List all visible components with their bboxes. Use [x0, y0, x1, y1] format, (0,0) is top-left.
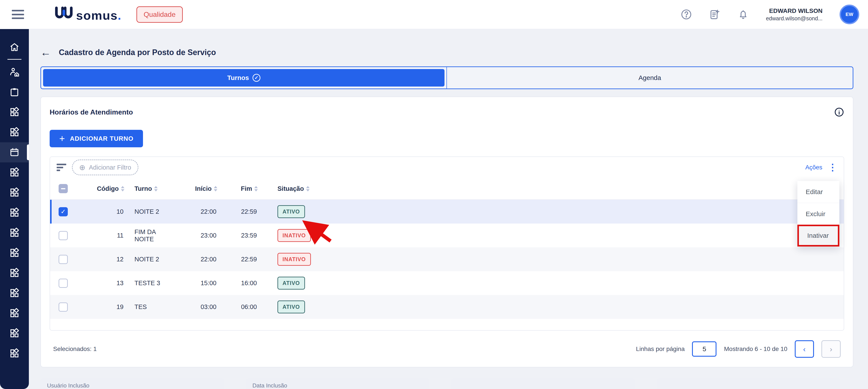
adicionar-filtro-chip[interactable]: ⊕ Adicionar Filtro	[72, 160, 138, 175]
cell-codigo: 19	[76, 303, 124, 311]
cell-codigo: 11	[76, 232, 124, 239]
cell-turno: NOITE 2	[124, 256, 176, 263]
cell-fim: 16:00	[217, 280, 258, 287]
widgets-icon	[9, 288, 20, 298]
kebab-menu-icon[interactable]: ⋮	[828, 165, 837, 170]
table-row[interactable]: 13 TESTE 3 15:00 16:00 ATIVO	[50, 271, 844, 295]
cell-codigo: 12	[76, 256, 124, 263]
app-logo: somus .	[55, 6, 121, 23]
clipboard-icon	[9, 87, 20, 97]
adicionar-turno-label: ADICIONAR TURNO	[70, 135, 133, 142]
logo-text: somus	[76, 8, 118, 23]
tab-turnos-label: Turnos	[227, 74, 249, 82]
sidebar-item-modulo-8[interactable]	[0, 263, 29, 283]
cell-turno: FIM DA NOITE	[124, 228, 176, 243]
sidebar-item-modulo-10[interactable]	[0, 303, 29, 323]
new-note-icon[interactable]	[709, 9, 720, 20]
table-row[interactable]: ✓ 10 NOITE 2 22:00 22:59 ATIVO	[50, 200, 844, 224]
rows-per-page-label: Linhas por página	[636, 346, 685, 353]
status-badge: INATIVO	[277, 229, 311, 242]
row-checkbox[interactable]	[59, 279, 68, 288]
calendar-icon	[9, 147, 20, 157]
cell-inicio: 22:00	[176, 256, 217, 263]
info-icon[interactable]	[834, 107, 844, 117]
sort-icon[interactable]	[214, 186, 217, 191]
filter-icon[interactable]	[57, 164, 66, 171]
sidebar-item-modulo-5[interactable]	[0, 203, 29, 223]
plus-circle-icon: ⊕	[79, 164, 86, 171]
status-badge: INATIVO	[277, 253, 311, 266]
logo-dot: .	[118, 8, 121, 23]
sort-icon[interactable]	[121, 186, 124, 191]
back-arrow-icon[interactable]: ←	[40, 47, 51, 58]
rows-per-page-input[interactable]	[692, 342, 716, 357]
cell-fim: 22:59	[217, 256, 258, 263]
horarios-card: Horários de Atendimento + ADICIONAR TURN…	[40, 97, 854, 367]
status-badge: ATIVO	[277, 277, 305, 290]
cell-fim: 06:00	[217, 303, 258, 311]
sidebar-item-modulo-1[interactable]	[0, 102, 29, 122]
sidebar-item-agenda-active[interactable]	[0, 142, 29, 162]
cell-turno: TESTE 3	[124, 280, 176, 287]
showing-range-label: Mostrando 6 - 10 de 10	[724, 346, 787, 353]
user-name: EDWARD WILSON	[766, 7, 823, 15]
row-checkbox[interactable]	[59, 231, 68, 240]
sort-icon[interactable]	[306, 186, 310, 191]
home-icon	[9, 42, 20, 52]
sidebar-item-home[interactable]	[0, 37, 29, 57]
widgets-icon	[9, 207, 20, 218]
sidebar-item-modulo-9[interactable]	[0, 283, 29, 303]
adicionar-turno-button[interactable]: + ADICIONAR TURNO	[50, 130, 143, 147]
tab-turnos[interactable]: Turnos ✓	[43, 69, 444, 87]
select-all-checkbox[interactable]	[59, 184, 68, 193]
data-alteracao-field: Data Alteração	[657, 378, 840, 389]
cell-inicio: 03:00	[176, 303, 217, 311]
notifications-bell-icon[interactable]	[738, 9, 749, 20]
sidebar-item-modulo-7[interactable]	[0, 243, 29, 263]
column-codigo: Código	[97, 185, 119, 192]
help-icon[interactable]	[681, 9, 692, 20]
column-situacao: Situação	[277, 185, 304, 192]
tab-agenda[interactable]: Agenda	[447, 67, 853, 89]
menu-item-inativar[interactable]: Inativar	[797, 225, 839, 247]
cell-turno: NOITE 2	[124, 208, 176, 215]
menu-item-excluir[interactable]: Excluir	[797, 203, 839, 225]
next-page-button[interactable]: ›	[822, 340, 841, 358]
cell-fim: 22:59	[217, 208, 258, 215]
table-row[interactable]: 12 NOITE 2 22:00 22:59 INATIVO	[50, 248, 844, 271]
widgets-icon	[9, 328, 20, 338]
cell-inicio: 22:00	[176, 208, 217, 215]
status-badge: ATIVO	[277, 300, 305, 313]
table-row[interactable]: 19 TES 03:00 06:00 ATIVO	[50, 295, 844, 319]
usuario-inclusao-label: Usuário Inclusão	[47, 382, 218, 389]
audit-fields: Usuário Inclusão EDWARD Data Inclusão 10…	[40, 378, 840, 389]
sidebar-item-modulo-6[interactable]	[0, 223, 29, 243]
column-fim: Fim	[241, 185, 252, 192]
widgets-icon	[9, 228, 20, 238]
sidebar-item-modulo-12[interactable]	[0, 343, 29, 363]
widgets-icon	[9, 248, 20, 258]
sort-icon[interactable]	[254, 186, 258, 191]
sort-icon[interactable]	[154, 186, 158, 191]
table-row[interactable]: 11 FIM DA NOITE 23:00 23:59 INATIVO	[50, 224, 844, 248]
hamburger-menu-icon[interactable]	[12, 10, 24, 19]
sidebar-item-colaboradores[interactable]	[0, 62, 29, 82]
column-inicio: Início	[195, 185, 212, 192]
sidebar-item-modulo-11[interactable]	[0, 323, 29, 343]
cell-inicio: 23:00	[176, 232, 217, 239]
sidebar-item-tarefas[interactable]	[0, 82, 29, 102]
sidebar-item-modulo-3[interactable]	[0, 162, 29, 183]
cell-codigo: 10	[76, 208, 124, 215]
row-checkbox[interactable]	[59, 255, 68, 264]
row-checkbox[interactable]	[59, 302, 68, 312]
acoes-label[interactable]: Ações	[805, 164, 822, 171]
avatar[interactable]: EW	[840, 5, 859, 24]
user-info[interactable]: EDWARD WILSON edward.wilson@sond...	[766, 7, 823, 22]
sidebar-item-modulo-4[interactable]	[0, 183, 29, 203]
row-checkbox-checked[interactable]: ✓	[59, 207, 68, 216]
sidebar-item-modulo-2[interactable]	[0, 122, 29, 142]
cell-codigo: 13	[76, 280, 124, 287]
previous-page-button[interactable]: ‹	[795, 340, 814, 358]
menu-item-editar[interactable]: Editar	[797, 181, 839, 203]
environment-badge: Qualidade	[136, 6, 183, 23]
